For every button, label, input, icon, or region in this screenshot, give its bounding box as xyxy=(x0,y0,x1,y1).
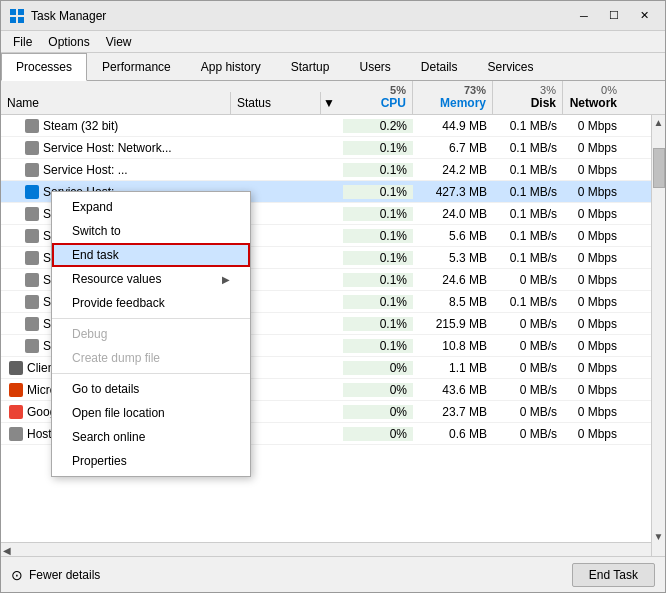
svg-rect-0 xyxy=(10,9,16,15)
ctx-separator xyxy=(52,373,250,374)
scrollbar-thumb[interactable] xyxy=(653,148,665,188)
tab-app-history[interactable]: App history xyxy=(186,53,276,81)
row-network: 0 Mbps xyxy=(563,295,623,309)
ctx-item-search-online[interactable]: Search online xyxy=(52,425,250,449)
tab-performance[interactable]: Performance xyxy=(87,53,186,81)
ctx-item-resource-values[interactable]: Resource values▶ xyxy=(52,267,250,291)
table-row[interactable]: Steam (32 bit) 0.2% 44.9 MB 0.1 MB/s 0 M… xyxy=(1,115,665,137)
col-header-disk[interactable]: 3% Disk xyxy=(493,81,563,114)
col-header-memory[interactable]: 73% Memory xyxy=(413,81,493,114)
row-disk: 0 MB/s xyxy=(493,405,563,419)
row-network: 0 Mbps xyxy=(563,405,623,419)
row-cpu: 0% xyxy=(343,405,413,419)
process-icon xyxy=(25,229,39,243)
end-task-button[interactable]: End Task xyxy=(572,563,655,587)
menu-options[interactable]: Options xyxy=(40,33,97,51)
context-menu: ExpandSwitch toEnd taskResource values▶P… xyxy=(51,191,251,477)
vertical-scrollbar[interactable]: ▲ ▼ xyxy=(651,115,665,556)
horizontal-scrollbar[interactable]: ◀ xyxy=(1,542,651,556)
row-cpu: 0.1% xyxy=(343,339,413,353)
col-header-chevron: ▼ xyxy=(321,92,343,114)
ctx-item-switch-to[interactable]: Switch to xyxy=(52,219,250,243)
row-cpu: 0.1% xyxy=(343,229,413,243)
process-icon xyxy=(25,339,39,353)
row-cpu: 0.1% xyxy=(343,317,413,331)
process-icon xyxy=(25,317,39,331)
footer-bar: ⊙ Fewer details End Task xyxy=(1,556,665,592)
submenu-arrow-icon: ▶ xyxy=(222,274,230,285)
row-cpu: 0% xyxy=(343,427,413,441)
table-header: Name Status ▼ 5% CPU 73% Memory 3% xyxy=(1,81,665,115)
task-manager-window: Task Manager ─ ☐ ✕ File Options View Pro… xyxy=(0,0,666,593)
menu-bar: File Options View xyxy=(1,31,665,53)
col-header-network[interactable]: 0% Network xyxy=(563,81,623,114)
fewer-details-button[interactable]: ⊙ Fewer details xyxy=(11,567,100,583)
tab-details[interactable]: Details xyxy=(406,53,473,81)
menu-file[interactable]: File xyxy=(5,33,40,51)
row-network: 0 Mbps xyxy=(563,163,623,177)
row-name: Steam (32 bit) xyxy=(1,119,231,133)
row-memory: 427.3 MB xyxy=(413,185,493,199)
col-header-cpu[interactable]: 5% CPU xyxy=(343,81,413,114)
ctx-item-end-task[interactable]: End task xyxy=(52,243,250,267)
row-cpu: 0% xyxy=(343,383,413,397)
close-button[interactable]: ✕ xyxy=(631,6,657,26)
row-disk: 0.1 MB/s xyxy=(493,251,563,265)
process-icon xyxy=(25,251,39,265)
content-area: Name Status ▼ 5% CPU 73% Memory 3% xyxy=(1,81,665,556)
row-memory: 6.7 MB xyxy=(413,141,493,155)
ctx-item-debug: Debug xyxy=(52,322,250,346)
process-icon xyxy=(25,119,39,133)
row-network: 0 Mbps xyxy=(563,383,623,397)
window-title: Task Manager xyxy=(31,9,106,23)
ctx-item-properties[interactable]: Properties xyxy=(52,449,250,473)
tab-services[interactable]: Services xyxy=(473,53,549,81)
row-network: 0 Mbps xyxy=(563,361,623,375)
process-icon xyxy=(25,185,39,199)
row-disk: 0.1 MB/s xyxy=(493,141,563,155)
table-row[interactable]: Service Host: ... 0.1% 24.2 MB 0.1 MB/s … xyxy=(1,159,665,181)
row-cpu: 0.1% xyxy=(343,273,413,287)
row-network: 0 Mbps xyxy=(563,251,623,265)
row-memory: 24.6 MB xyxy=(413,273,493,287)
ctx-item-provide-feedback[interactable]: Provide feedback xyxy=(52,291,250,315)
row-network: 0 Mbps xyxy=(563,229,623,243)
row-network: 0 Mbps xyxy=(563,427,623,441)
table-row[interactable]: Service Host: Network... 0.1% 6.7 MB 0.1… xyxy=(1,137,665,159)
tab-startup[interactable]: Startup xyxy=(276,53,345,81)
row-disk: 0 MB/s xyxy=(493,427,563,441)
process-icon xyxy=(9,405,23,419)
ctx-item-open-file-location[interactable]: Open file location xyxy=(52,401,250,425)
row-cpu: 0.1% xyxy=(343,185,413,199)
app-icon xyxy=(9,8,25,24)
row-cpu: 0.2% xyxy=(343,119,413,133)
row-disk: 0.1 MB/s xyxy=(493,295,563,309)
col-header-name[interactable]: Name xyxy=(1,92,231,114)
tab-processes[interactable]: Processes xyxy=(1,53,87,81)
row-disk: 0 MB/s xyxy=(493,339,563,353)
process-icon xyxy=(9,427,23,441)
tab-users[interactable]: Users xyxy=(344,53,405,81)
col-header-status[interactable]: Status xyxy=(231,92,321,114)
row-memory: 0.6 MB xyxy=(413,427,493,441)
process-icon xyxy=(25,207,39,221)
process-icon xyxy=(25,141,39,155)
row-memory: 215.9 MB xyxy=(413,317,493,331)
row-cpu: 0.1% xyxy=(343,141,413,155)
process-icon xyxy=(9,383,23,397)
row-disk: 0 MB/s xyxy=(493,383,563,397)
ctx-item-expand[interactable]: Expand xyxy=(52,195,250,219)
svg-rect-2 xyxy=(10,17,16,23)
row-cpu: 0% xyxy=(343,361,413,375)
row-network: 0 Mbps xyxy=(563,339,623,353)
ctx-item-go-to-details[interactable]: Go to details xyxy=(52,377,250,401)
menu-view[interactable]: View xyxy=(98,33,140,51)
minimize-button[interactable]: ─ xyxy=(571,6,597,26)
title-bar: Task Manager ─ ☐ ✕ xyxy=(1,1,665,31)
row-disk: 0.1 MB/s xyxy=(493,229,563,243)
row-memory: 5.6 MB xyxy=(413,229,493,243)
row-memory: 23.7 MB xyxy=(413,405,493,419)
title-bar-left: Task Manager xyxy=(9,8,106,24)
row-network: 0 Mbps xyxy=(563,185,623,199)
maximize-button[interactable]: ☐ xyxy=(601,6,627,26)
